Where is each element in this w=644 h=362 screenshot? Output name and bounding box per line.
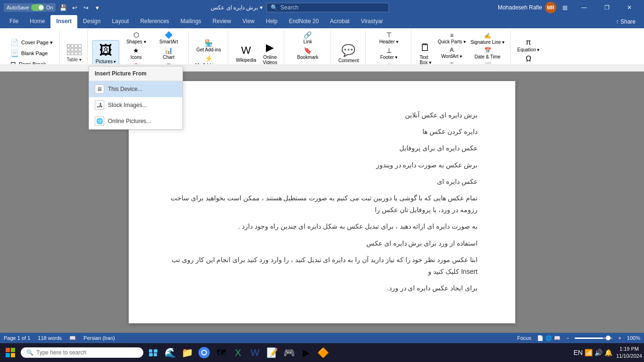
table-button[interactable]: Table ▾ bbox=[65, 42, 83, 64]
tab-file[interactable]: File bbox=[4, 15, 24, 28]
smartart-button[interactable]: 🔷 SmartArt bbox=[153, 30, 184, 45]
redo-icon[interactable]: ↪ bbox=[81, 3, 91, 12]
share-button[interactable]: ↑ Share bbox=[611, 16, 640, 27]
tab-references[interactable]: References bbox=[134, 15, 174, 28]
online-videos-button[interactable]: ▶ OnlineVideos bbox=[260, 40, 280, 67]
layout-icon[interactable]: ⊞ bbox=[560, 3, 570, 12]
focus-button[interactable]: Focus bbox=[517, 335, 531, 341]
status-bar: Page 1 of 1 118 words 📖 Persian (Iran) F… bbox=[0, 333, 644, 343]
excel-icon[interactable]: X bbox=[230, 345, 246, 361]
tab-view[interactable]: View bbox=[237, 15, 260, 28]
app7-icon[interactable]: 🎮 bbox=[281, 345, 297, 361]
word-icon[interactable]: W bbox=[247, 345, 263, 361]
network-icon[interactable]: 📶 bbox=[585, 349, 593, 356]
tab-insert[interactable]: Insert bbox=[50, 15, 77, 28]
blank-page-button[interactable]: 📃 Blank Page bbox=[8, 49, 56, 58]
cover-page-icon: 📄 bbox=[10, 39, 18, 46]
svg-rect-0 bbox=[6, 348, 10, 352]
view-normal-icon[interactable]: 📄 bbox=[537, 335, 544, 341]
pictures-dropdown-icon: ▾ bbox=[114, 59, 116, 64]
start-button[interactable] bbox=[2, 344, 19, 361]
document-line: تمام عکس هایی که با گوشی یا دوربین ثبت م… bbox=[166, 192, 478, 216]
tab-acrobat[interactable]: Acrobat bbox=[324, 15, 355, 28]
title-bar-left: AutoSave On 💾 ↩ ↪ ▾ bbox=[4, 3, 102, 12]
get-addins-button[interactable]: 🏪 Get Add-ins bbox=[193, 38, 224, 53]
cover-page-button[interactable]: 📄 Cover Page ▾ bbox=[8, 38, 56, 47]
quick-parts-button[interactable]: ≡ Quick Parts ▾ bbox=[436, 31, 467, 45]
text-box-button[interactable]: 🗒 TextBox ▾ bbox=[416, 40, 435, 67]
tab-design[interactable]: Design bbox=[77, 15, 106, 28]
view-read-icon[interactable]: 📖 bbox=[554, 335, 561, 341]
icons-button[interactable]: ★ Icons bbox=[121, 46, 151, 61]
wikipedia-button[interactable]: W Wikipedia bbox=[233, 42, 259, 65]
qat-dropdown-icon[interactable]: ▾ bbox=[92, 3, 102, 12]
notification-icon[interactable]: 🔔 bbox=[604, 349, 612, 356]
document-page[interactable]: برش دایره ای عکس آنلایندایره کردن عکس ها… bbox=[129, 81, 515, 323]
chart-button[interactable]: 📊 Chart bbox=[153, 46, 184, 61]
bookmark-button[interactable]: 🔖 Bookmark bbox=[289, 46, 327, 61]
equation-button[interactable]: π Equation ▾ bbox=[515, 37, 541, 53]
view-web-icon[interactable]: 🌐 bbox=[545, 335, 552, 341]
tab-mailings[interactable]: Mailings bbox=[175, 15, 207, 28]
tab-help[interactable]: Help bbox=[260, 15, 283, 28]
link-button[interactable]: 🔗 Link bbox=[289, 30, 327, 45]
close-button[interactable]: ✕ bbox=[619, 0, 640, 15]
document-title: برش دایره ای عکس ▾ bbox=[211, 4, 262, 11]
wordart-icon: A bbox=[450, 47, 454, 53]
svg-rect-7 bbox=[154, 353, 157, 356]
share-icon: ↑ bbox=[616, 18, 619, 25]
symbol-icon: Ω bbox=[526, 55, 531, 63]
tab-home[interactable]: Home bbox=[24, 15, 50, 28]
comment-button[interactable]: 💬 Comment bbox=[336, 42, 362, 65]
shapes-button[interactable]: ⬡ Shapes ▾ bbox=[121, 30, 151, 45]
signature-button[interactable]: ✍ Signature Line ▾ bbox=[469, 32, 506, 46]
document-line: دایره کردن عکس ها bbox=[166, 126, 478, 138]
tab-endnote[interactable]: EndNote 20 bbox=[283, 15, 324, 28]
equation-icon: π bbox=[526, 38, 531, 47]
search-bar[interactable]: 🔍 bbox=[266, 3, 389, 12]
header-icon: ⊤ bbox=[386, 31, 392, 39]
document-line: برای ایجاد عکس دایره ای در ورد. bbox=[166, 282, 478, 294]
app8-icon[interactable]: ▶ bbox=[298, 345, 314, 361]
edge-icon[interactable]: 🌊 bbox=[162, 345, 178, 361]
volume-icon[interactable]: 🔊 bbox=[594, 349, 603, 356]
zoom-level[interactable]: 100% bbox=[627, 335, 640, 341]
keyboard-lang-icon[interactable]: EN bbox=[573, 349, 582, 356]
taskbar-search[interactable]: 🔍 Type here to search bbox=[21, 347, 143, 358]
file-explorer-icon[interactable]: 📁 bbox=[179, 345, 195, 361]
tab-layout[interactable]: Layout bbox=[106, 15, 134, 28]
search-input[interactable] bbox=[281, 4, 375, 11]
zoom-in-button[interactable]: + bbox=[618, 335, 621, 341]
zoom-out-button[interactable]: − bbox=[566, 335, 569, 341]
undo-icon[interactable]: ↩ bbox=[70, 3, 79, 12]
save-icon[interactable]: 💾 bbox=[58, 3, 68, 12]
this-device-item[interactable]: 🖥 This Device... bbox=[89, 81, 182, 97]
notes-icon[interactable]: 📝 bbox=[264, 345, 280, 361]
date-time-button[interactable]: 📅 Date & Time bbox=[469, 46, 506, 60]
stock-images-item[interactable]: 🏞 Stock Images... bbox=[89, 97, 182, 113]
app9-icon[interactable]: 🔶 bbox=[315, 345, 331, 361]
task-view-button[interactable] bbox=[145, 345, 161, 361]
chrome-icon[interactable] bbox=[196, 345, 212, 361]
autosave-toggle[interactable] bbox=[31, 4, 44, 11]
tab-virastyar[interactable]: Virastyar bbox=[355, 15, 388, 28]
online-pictures-item[interactable]: 🌐 Online Pictures... bbox=[89, 113, 182, 129]
header-button[interactable]: ⊤ Header ▾ bbox=[371, 30, 407, 45]
clock[interactable]: 1:19 PM 11/10/2024 bbox=[616, 346, 642, 360]
restore-button[interactable]: ❐ bbox=[596, 0, 618, 15]
wordart-button[interactable]: A WordArt ▾ bbox=[436, 46, 467, 60]
autosave-group[interactable]: AutoSave On bbox=[4, 3, 56, 12]
autosave-label: AutoSave bbox=[7, 5, 29, 10]
footer-label: Footer ▾ bbox=[380, 55, 397, 60]
maps-icon[interactable]: 🗺 bbox=[213, 345, 229, 361]
header-label: Header ▾ bbox=[379, 39, 398, 44]
table-label: Table ▾ bbox=[66, 57, 82, 62]
pictures-button[interactable]: 🖼 Pictures ▾ bbox=[92, 40, 119, 66]
my-addins-icon: ⚡ bbox=[205, 55, 213, 62]
get-addins-label: Get Add-ins bbox=[196, 47, 221, 52]
footer-button[interactable]: ⊥ Footer ▾ bbox=[371, 46, 407, 61]
minimize-button[interactable]: — bbox=[573, 0, 595, 15]
document-line: استفاده از ورد برای برش دایره ای عکس bbox=[166, 238, 478, 249]
tab-review[interactable]: Review bbox=[207, 15, 237, 28]
quick-access-toolbar: 💾 ↩ ↪ ▾ bbox=[58, 3, 102, 12]
